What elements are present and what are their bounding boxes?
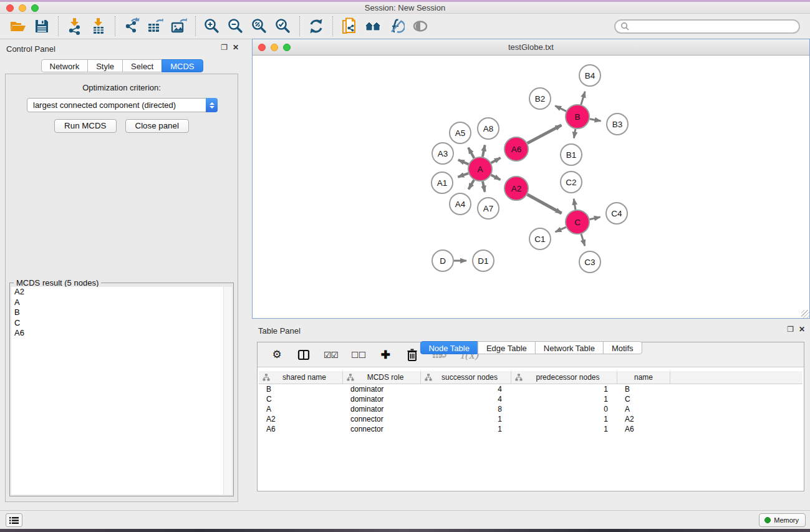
graph-edge-A-A6[interactable] — [491, 158, 501, 163]
deselect-all-icon[interactable]: ☐☐ — [351, 347, 365, 362]
refresh-button[interactable] — [304, 16, 328, 36]
export-table-button[interactable] — [143, 16, 167, 36]
graph-node-label: A4 — [455, 200, 466, 209]
zoom-fit-button[interactable] — [248, 16, 271, 36]
tab-network-table[interactable]: Network Table — [535, 341, 604, 354]
graph-edge-A-A1[interactable] — [458, 173, 468, 177]
delete-column-trash-icon[interactable] — [405, 347, 419, 362]
search-box[interactable] — [614, 19, 800, 34]
save-session-button[interactable] — [30, 16, 54, 36]
search-input[interactable] — [630, 22, 794, 31]
create-column-icon[interactable]: ✚ — [378, 347, 392, 362]
graph-edge-A-A7[interactable] — [483, 181, 485, 192]
open-file-button[interactable] — [6, 16, 30, 36]
graph-edge-A-A8[interactable] — [483, 145, 485, 157]
main-titlebar: Session: New Session — [0, 2, 810, 14]
close-table-panel-icon[interactable]: ✕ — [799, 325, 805, 334]
mcds-result-title: MCDS result (5 nodes) — [14, 278, 101, 288]
show-columns-icon[interactable] — [297, 347, 311, 362]
mcds-tab-content: Optimization criterion: largest connecte… — [5, 74, 238, 502]
memory-button[interactable]: Memory — [759, 513, 806, 527]
window-resize-handle[interactable] — [801, 310, 809, 318]
graph-node-label: B1 — [566, 150, 577, 160]
result-item[interactable]: A6 — [11, 328, 223, 339]
table-cell: dominator — [343, 384, 421, 394]
zoom-network-window-button[interactable] — [283, 44, 291, 51]
zoom-in-button[interactable] — [200, 16, 224, 36]
task-history-button[interactable] — [6, 513, 22, 527]
graph-edge-C-C3[interactable] — [581, 234, 585, 246]
run-mcds-button[interactable]: Run MCDS — [54, 119, 116, 133]
graph-edge-C-C1[interactable] — [556, 227, 566, 232]
tab-node-table[interactable]: Node Table — [420, 341, 478, 354]
graph-edge-A-A3[interactable] — [458, 160, 469, 164]
close-network-window-button[interactable] — [258, 44, 266, 51]
column-header-mcds-role[interactable]: MCDS role — [343, 371, 421, 384]
float-panel-icon[interactable]: ❐ — [221, 43, 228, 52]
memory-status-icon — [764, 517, 771, 523]
save-icon — [34, 18, 50, 34]
export-network-button[interactable] — [120, 16, 143, 36]
select-all-icon[interactable]: ☑☑ — [324, 347, 338, 362]
import-network-button[interactable] — [63, 16, 87, 36]
main-toolbar — [0, 14, 810, 39]
close-panel-icon[interactable]: ✕ — [233, 43, 239, 52]
zoom-window-button[interactable] — [31, 4, 39, 12]
graph-node-label: D1 — [478, 256, 488, 266]
graph-node-label: C3 — [584, 258, 595, 267]
graph-node-label: A5 — [455, 128, 466, 138]
memory-label: Memory — [774, 516, 799, 524]
graph-edge-A2-C[interactable] — [528, 195, 562, 213]
hide-graphics-details-button[interactable] — [385, 16, 408, 36]
tab-motifs[interactable]: Motifs — [603, 341, 642, 354]
zoom-out-button[interactable] — [224, 16, 248, 36]
tab-select[interactable]: Select — [122, 59, 162, 72]
graph-node-label: C — [574, 218, 581, 227]
graph-edge-A6-B[interactable] — [528, 125, 562, 143]
graph-node-label: A8 — [483, 124, 494, 133]
graph-edge-A-A2[interactable] — [491, 175, 501, 180]
graph-edge-B-B4[interactable] — [581, 92, 585, 105]
export-image-button[interactable] — [167, 16, 191, 36]
toolbar-separator — [299, 16, 300, 36]
control-panel: Control Panel ❐ ✕ NetworkStyleSelectMCDS… — [0, 39, 244, 510]
result-item[interactable]: A2 — [11, 287, 223, 297]
criterion-dropdown[interactable]: largest connected component (directed) — [27, 98, 218, 112]
table-cell: C — [259, 394, 343, 404]
tab-network[interactable]: Network — [41, 59, 88, 72]
graph-edge-B-B2[interactable] — [555, 106, 566, 112]
graph-node-label: A — [477, 165, 483, 174]
column-settings-gear-icon[interactable]: ⚙ — [270, 347, 284, 362]
graph-edge-C-C4[interactable] — [590, 217, 600, 220]
table-cell: connector — [343, 424, 421, 434]
table-cell: dominator — [343, 404, 421, 414]
zoom-selected-button[interactable] — [271, 16, 295, 36]
result-item[interactable]: C — [11, 318, 223, 329]
network-canvas[interactable]: AA6A2BCA5A8A3A1A4A7B2B4B3B1C2C4C1C3DD1 — [253, 56, 809, 318]
result-item[interactable]: B — [11, 307, 223, 318]
minimize-network-window-button[interactable] — [271, 44, 278, 51]
graph-node-label: C2 — [566, 178, 576, 187]
minimize-window-button[interactable] — [19, 4, 26, 12]
network-window-titlebar[interactable]: testGlobe.txt — [253, 39, 809, 56]
import-table-button[interactable] — [87, 16, 110, 36]
tab-edge-table[interactable]: Edge Table — [478, 341, 536, 354]
tab-mcds[interactable]: MCDS — [162, 59, 203, 72]
graph-edge-C-C2[interactable] — [574, 199, 576, 210]
close-panel-button[interactable]: Close panel — [125, 119, 189, 133]
clone-network-button[interactable] — [337, 16, 361, 36]
float-table-panel-icon[interactable]: ❐ — [787, 325, 794, 334]
open-folder-icon — [9, 18, 27, 34]
eye-icon — [411, 19, 430, 34]
graph-edge-A-A5[interactable] — [468, 148, 474, 158]
close-window-button[interactable] — [6, 4, 14, 12]
show-hide-details-button[interactable] — [408, 16, 432, 36]
column-header-shared-name[interactable]: shared name — [259, 371, 343, 384]
graph-edge-B-B3[interactable] — [590, 119, 601, 121]
home-button[interactable] — [361, 16, 385, 36]
result-scrollbar[interactable] — [224, 287, 232, 495]
tab-style[interactable]: Style — [87, 59, 123, 72]
graph-edge-B-B1[interactable] — [574, 129, 575, 138]
graph-edge-A-A4[interactable] — [468, 180, 474, 189]
result-item[interactable]: A — [11, 297, 223, 308]
